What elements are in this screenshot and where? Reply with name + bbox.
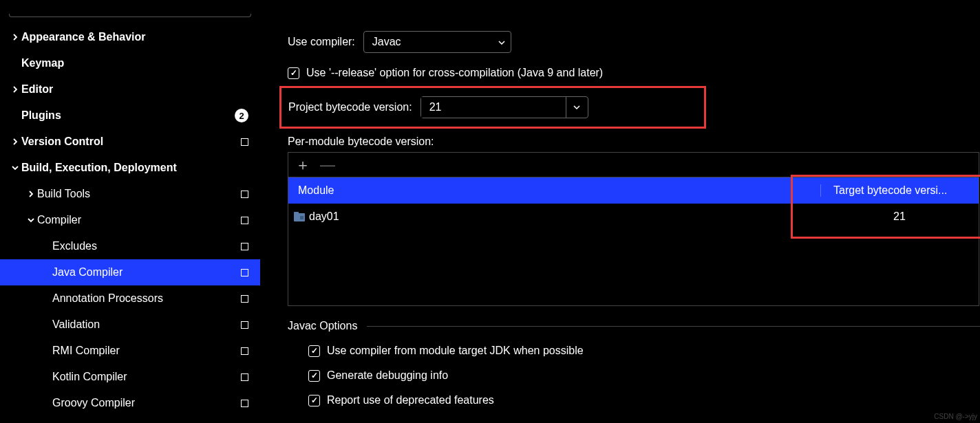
sidebar-item-label: Groovy Compiler [52, 397, 237, 409]
opt-debug-info-row: ✓ Generate debugging info [308, 369, 980, 382]
project-indicator-icon [241, 138, 248, 146]
use-compiler-label: Use compiler: [288, 36, 355, 48]
chevron-right-icon [25, 191, 37, 197]
svg-rect-1 [294, 212, 299, 215]
chevron-down-icon[interactable] [566, 97, 588, 118]
sidebar-item-version-control[interactable]: Version Control [0, 129, 260, 155]
release-label: Use '--release' option for cross-compila… [306, 67, 603, 79]
sidebar-item-label: Plugins [21, 109, 235, 122]
use-compiler-row: Use compiler: Javac [288, 31, 980, 53]
sidebar-item-label: Version Control [21, 135, 237, 148]
opt-deprecated-row: ✓ Report use of deprecated features [308, 394, 980, 406]
settings-content: Use compiler: Javac ✓ Use '--release' op… [260, 0, 980, 423]
chevron-right-icon [9, 138, 21, 145]
sidebar-item-label: Kotlin Compiler [52, 371, 237, 383]
sidebar-item-keymap[interactable]: Keymap [0, 50, 260, 76]
badge: 2 [235, 109, 248, 122]
per-module-label: Per-module bytecode version: [288, 135, 980, 148]
per-module-table-area: ＋ — Module Target bytecode versi... day0… [288, 152, 980, 306]
table-header: Module Target bytecode versi... [288, 177, 979, 204]
sidebar-item-build-tools[interactable]: Build Tools [0, 181, 260, 207]
sidebar-item-label: Excludes [52, 240, 237, 252]
sidebar-item-annotation-processors[interactable]: Annotation Processors [0, 285, 260, 312]
chevron-down-icon [498, 38, 505, 46]
module-name: day01 [309, 210, 339, 223]
chevron-right-icon [9, 34, 21, 41]
sidebar-item-validation[interactable]: Validation [0, 312, 260, 338]
javac-options-label: Javac Options [288, 320, 980, 332]
table-row[interactable]: day01 21 [288, 204, 979, 230]
project-bytecode-input[interactable] [421, 97, 566, 118]
project-indicator-icon [241, 295, 248, 303]
sidebar-item-kotlin-compiler[interactable]: Kotlin Compiler [0, 364, 260, 390]
sidebar-item-appearance-behavior[interactable]: Appearance & Behavior [0, 24, 260, 50]
settings-sidebar: Appearance & BehaviorKeymapEditorPlugins… [0, 0, 260, 423]
chevron-down-icon [25, 217, 37, 224]
project-indicator-icon [241, 400, 248, 407]
use-compiler-value: Javac [372, 36, 401, 48]
module-target[interactable]: 21 [820, 210, 979, 223]
sidebar-item-label: Java Compiler [52, 266, 237, 279]
sidebar-item-label: Annotation Processors [52, 292, 237, 305]
project-bytecode-combo[interactable] [420, 96, 588, 118]
project-bytecode-label: Project bytecode version: [288, 101, 412, 113]
opt-debug-info-checkbox[interactable]: ✓ [308, 370, 320, 382]
project-indicator-icon [241, 269, 248, 276]
sidebar-item-excludes[interactable]: Excludes [0, 233, 260, 259]
opt-use-module-jdk-row: ✓ Use compiler from module target JDK wh… [308, 345, 980, 357]
sidebar-item-scala-compiler[interactable]: Scala Compiler [0, 416, 260, 423]
sidebar-item-label: Build Tools [37, 188, 237, 200]
sidebar-item-groovy-compiler[interactable]: Groovy Compiler [0, 390, 260, 416]
opt-deprecated-checkbox[interactable]: ✓ [308, 395, 320, 406]
table-header-module[interactable]: Module [288, 184, 820, 197]
sidebar-item-label: Keymap [21, 57, 251, 69]
sidebar-item-compiler[interactable]: Compiler [0, 207, 260, 233]
sidebar-item-rmi-compiler[interactable]: RMI Compiler [0, 338, 260, 364]
project-indicator-icon [241, 347, 248, 355]
sidebar-item-label: Build, Execution, Deployment [21, 162, 251, 174]
watermark: CSDN @->yjy [934, 413, 977, 420]
javac-options: ✓ Use compiler from module target JDK wh… [308, 345, 980, 406]
project-indicator-icon [241, 191, 248, 198]
opt-use-module-jdk-label: Use compiler from module target JDK when… [327, 345, 584, 357]
project-indicator-icon [241, 373, 248, 381]
release-checkbox[interactable]: ✓ [288, 67, 299, 79]
remove-button[interactable]: — [320, 158, 335, 173]
sidebar-item-label: Validation [52, 318, 237, 331]
sidebar-item-editor[interactable]: Editor [0, 76, 260, 102]
project-indicator-icon [241, 321, 248, 329]
sidebar-item-label: RMI Compiler [52, 345, 237, 357]
project-indicator-icon [241, 217, 248, 224]
project-bytecode-row: Project bytecode version: [279, 86, 706, 129]
add-button[interactable]: ＋ [295, 158, 310, 173]
module-icon [294, 212, 305, 221]
sidebar-item-plugins[interactable]: Plugins2 [0, 102, 260, 129]
sidebar-item-java-compiler[interactable]: Java Compiler [0, 259, 260, 285]
opt-debug-info-label: Generate debugging info [327, 369, 448, 382]
table-toolbar: ＋ — [288, 153, 979, 177]
opt-use-module-jdk-checkbox[interactable]: ✓ [308, 345, 320, 357]
sidebar-item-label: Compiler [37, 214, 237, 226]
sidebar-item-build-execution-deployment[interactable]: Build, Execution, Deployment [0, 155, 260, 181]
svg-rect-2 [300, 216, 303, 219]
chevron-right-icon [9, 86, 21, 93]
sidebar-item-label: Editor [21, 83, 251, 96]
chevron-down-icon [9, 164, 21, 171]
project-indicator-icon [241, 243, 248, 250]
release-option-row: ✓ Use '--release' option for cross-compi… [288, 67, 980, 79]
table-header-target[interactable]: Target bytecode versi... [820, 184, 979, 197]
use-compiler-select[interactable]: Javac [363, 31, 511, 53]
per-module-table: ＋ — Module Target bytecode versi... day0… [288, 152, 979, 306]
opt-deprecated-label: Report use of deprecated features [327, 394, 494, 406]
search-box-bottom-edge[interactable] [9, 14, 251, 17]
sidebar-item-label: Appearance & Behavior [21, 31, 251, 43]
